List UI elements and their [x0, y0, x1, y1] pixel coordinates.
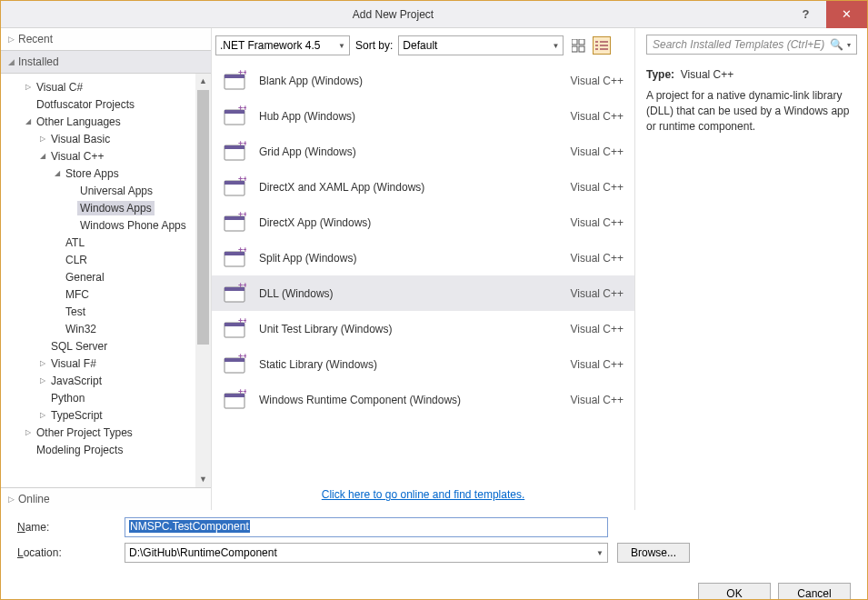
tree-item-label: JavaScript	[48, 374, 105, 388]
template-name: DirectX and XAML App (Windows)	[259, 181, 571, 194]
tree-item-label: Windows Phone Apps	[77, 218, 189, 233]
template-row[interactable]: ++Split App (Windows)Visual C++	[212, 240, 634, 275]
tree-item[interactable]: CLR	[5, 251, 211, 268]
close-button[interactable]: ✕	[826, 1, 867, 28]
panel-online[interactable]: ▷ Online	[1, 487, 211, 510]
type-label: Type:	[646, 68, 674, 81]
chevron-right-icon[interactable]: ▷	[37, 135, 48, 143]
chevron-down-icon[interactable]: ◢	[23, 117, 34, 125]
tree-item[interactable]: Test	[5, 303, 211, 320]
tree-item-label: General	[63, 270, 107, 285]
svg-text:++: ++	[238, 175, 246, 184]
tree-item-label: Win32	[63, 322, 99, 336]
template-lang: Visual C++	[571, 75, 624, 87]
template-lang: Visual C++	[571, 287, 624, 300]
sortby-combo[interactable]: Default ▼	[398, 35, 564, 55]
tree-item[interactable]: ◢Other Languages	[5, 113, 211, 130]
chevron-right-icon[interactable]: ▷	[23, 83, 34, 91]
template-row[interactable]: ++DirectX App (Windows)Visual C++	[212, 205, 634, 240]
details-panel: Search Installed Templates (Ctrl+E) 🔍 ▾ …	[634, 28, 867, 510]
scroll-down-icon[interactable]: ▼	[195, 472, 211, 487]
template-lang: Visual C++	[571, 394, 624, 406]
tree-item[interactable]: MFC	[5, 285, 211, 303]
scroll-thumb[interactable]	[197, 90, 209, 345]
tree-scrollbar[interactable]: ▲ ▼	[195, 74, 211, 487]
panel-recent[interactable]: ▷ Recent	[1, 28, 211, 50]
template-row[interactable]: ++DLL (Windows)Visual C++	[212, 275, 634, 311]
tree-item[interactable]: Win32	[5, 320, 211, 337]
view-medium-icons-button[interactable]	[569, 36, 587, 55]
name-label: Name:	[17, 521, 125, 534]
tree-item[interactable]: ▷JavaScript	[5, 372, 211, 389]
tree-item[interactable]: SQL Server	[5, 337, 211, 355]
ok-button[interactable]: OK	[698, 583, 771, 600]
tree-item-label: CLR	[63, 253, 90, 267]
tree-item[interactable]: ◢Visual C++	[5, 147, 211, 165]
template-row[interactable]: ++Hub App (Windows)Visual C++	[212, 98, 634, 134]
search-input[interactable]: Search Installed Templates (Ctrl+E) 🔍 ▾	[646, 35, 857, 55]
template-lang: Visual C++	[571, 323, 624, 335]
view-list-button[interactable]	[593, 36, 611, 55]
template-row[interactable]: ++Blank App (Windows)Visual C++	[212, 63, 634, 98]
chevron-right-icon: ▷	[8, 495, 18, 504]
tree-item[interactable]: ▷Visual C#	[5, 78, 211, 95]
template-row[interactable]: ++Unit Test Library (Windows)Visual C++	[212, 311, 634, 346]
template-list[interactable]: ++Blank App (Windows)Visual C++++Hub App…	[212, 63, 634, 479]
search-placeholder: Search Installed Templates (Ctrl+E)	[653, 38, 824, 51]
template-lang: Visual C++	[571, 110, 624, 123]
tree-item-label: MFC	[63, 287, 92, 302]
tree-item[interactable]: ▷TypeScript	[5, 406, 211, 424]
cancel-button[interactable]: Cancel	[778, 583, 851, 600]
tree-item-label: ATL	[63, 235, 87, 250]
template-row[interactable]: ++Grid App (Windows)Visual C++	[212, 134, 634, 169]
tree-item-label: Visual C++	[48, 149, 106, 164]
window-title: Add New Project	[1, 8, 785, 21]
chevron-down-icon: ▾	[847, 41, 851, 49]
tree-item[interactable]: ▷Visual Basic	[5, 130, 211, 147]
svg-rect-4	[595, 41, 598, 43]
framework-combo[interactable]: .NET Framework 4.5 ▼	[215, 35, 350, 55]
chevron-down-icon[interactable]: ◢	[37, 152, 48, 160]
chevron-right-icon[interactable]: ▷	[37, 376, 48, 385]
tree-item[interactable]: Modeling Projects	[5, 441, 211, 458]
tree-item-label: SQL Server	[48, 339, 110, 354]
tree-item-label: Other Project Types	[34, 425, 135, 440]
template-name: Windows Runtime Component (Windows)	[259, 394, 571, 406]
template-row[interactable]: ++Static Library (Windows)Visual C++	[212, 346, 634, 382]
tree-item[interactable]: ATL	[5, 234, 211, 251]
location-input[interactable]: D:\GitHub\RuntimeComponent ▼	[125, 543, 608, 563]
template-name: DLL (Windows)	[259, 287, 571, 300]
help-button[interactable]: ?	[785, 1, 826, 28]
template-row[interactable]: ++Windows Runtime Component (Windows)Vis…	[212, 382, 634, 417]
tree-item[interactable]: Windows Phone Apps	[5, 216, 211, 234]
template-row[interactable]: ++DirectX and XAML App (Windows)Visual C…	[212, 169, 634, 205]
titlebar: Add New Project ? ✕	[1, 1, 867, 28]
tree-item[interactable]: ◢Store Apps	[5, 165, 211, 182]
template-tree[interactable]: ▷Visual C#Dotfuscator Projects◢Other Lan…	[1, 78, 211, 458]
scroll-up-icon[interactable]: ▲	[195, 74, 211, 89]
tree-item-label: Other Languages	[34, 115, 124, 129]
browse-button[interactable]: Browse...	[617, 543, 690, 563]
tree-item[interactable]: Windows Apps	[5, 199, 211, 216]
tree-item[interactable]: Dotfuscator Projects	[5, 95, 211, 113]
chevron-right-icon[interactable]: ▷	[37, 359, 48, 367]
template-lang: Visual C++	[571, 358, 624, 371]
chevron-right-icon[interactable]: ▷	[37, 411, 48, 419]
tree-item-label: Visual Basic	[48, 132, 113, 146]
template-description: A project for a native dynamic-link libr…	[646, 88, 856, 134]
tree-item[interactable]: General	[5, 268, 211, 285]
tree-item[interactable]: Universal Apps	[5, 182, 211, 199]
online-templates-link[interactable]: Click here to go online and find templat…	[322, 488, 524, 501]
svg-rect-5	[600, 41, 608, 43]
name-input[interactable]: NMSPC.TestComponent	[125, 517, 608, 537]
tree-item[interactable]: ▷Visual F#	[5, 355, 211, 372]
svg-text:++: ++	[238, 140, 246, 148]
panel-installed-label: Installed	[18, 55, 59, 68]
chevron-right-icon[interactable]: ▷	[23, 428, 34, 436]
tree-item[interactable]: ▷Other Project Types	[5, 424, 211, 441]
svg-rect-0	[572, 39, 577, 45]
chevron-down-icon[interactable]: ◢	[52, 169, 63, 177]
tree-item[interactable]: Python	[5, 389, 211, 406]
panel-installed[interactable]: ◢ Installed	[1, 50, 211, 74]
chevron-down-icon: ▼	[596, 549, 604, 557]
